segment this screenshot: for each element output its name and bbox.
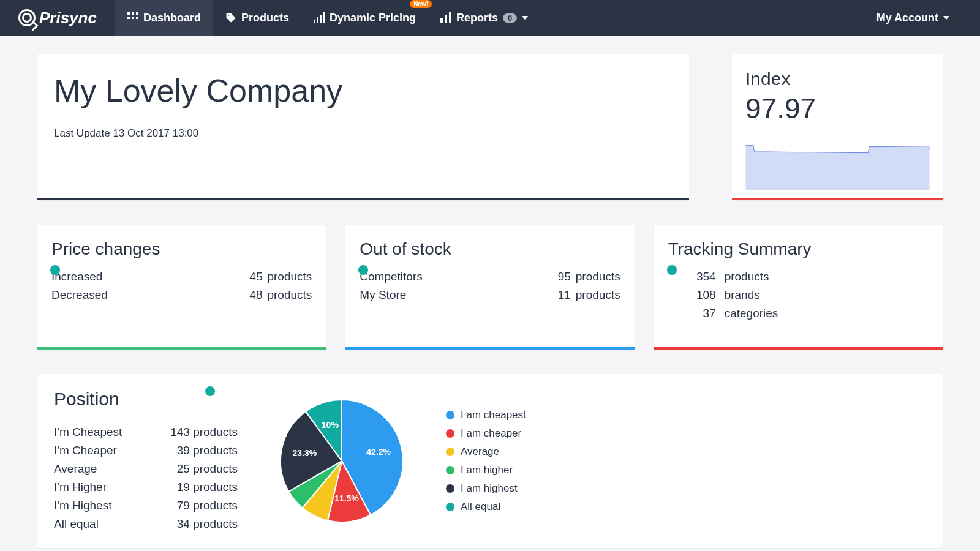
price-changes-title: Price changes xyxy=(51,239,312,259)
chevron-down-icon xyxy=(522,16,528,20)
pie-slice-label: 11.5% xyxy=(334,493,359,503)
legend-item[interactable]: I am higher xyxy=(446,461,926,479)
legend-dot-icon xyxy=(446,466,454,474)
last-update: Last Update 13 Oct 2017 13:00 xyxy=(54,127,672,140)
svg-rect-8 xyxy=(320,15,322,23)
tracking-row: 354 products xyxy=(687,268,929,286)
legend-item[interactable]: All equal xyxy=(446,498,926,516)
stat-unit: products xyxy=(576,268,620,286)
legend-item[interactable]: Average xyxy=(446,443,926,461)
stat-label: Competitors xyxy=(360,268,422,286)
price-changes-card[interactable]: Price changes Increased 45 productsDecre… xyxy=(37,225,326,350)
stat-unit: products xyxy=(267,268,312,286)
position-label: I'm Higher xyxy=(54,478,107,497)
position-label: I'm Cheapest xyxy=(54,423,122,441)
logo-icon xyxy=(18,9,36,26)
brand-logo[interactable]: Prisync xyxy=(18,9,97,28)
pie-slice-label: 23.3% xyxy=(293,448,317,458)
stat-count: 95 xyxy=(558,268,571,286)
info-dot-icon xyxy=(667,265,677,275)
nav-dynamic-pricing[interactable]: Dynamic Pricing New! xyxy=(301,0,428,36)
out-of-stock-title: Out of stock xyxy=(360,239,620,259)
legend-dot-icon xyxy=(446,503,454,511)
position-count: 19 xyxy=(177,481,190,493)
position-card: Position I'm Cheapest 143 productsI'm Ch… xyxy=(37,374,943,548)
svg-rect-1 xyxy=(132,12,134,15)
legend-item[interactable]: I am highest xyxy=(446,479,926,498)
tracking-count: 37 xyxy=(687,304,716,323)
nav-products[interactable]: Products xyxy=(213,0,301,36)
svg-rect-9 xyxy=(323,12,325,23)
nav-my-account[interactable]: My Account xyxy=(864,0,962,36)
position-count: 34 xyxy=(177,517,190,530)
nav-account-label: My Account xyxy=(876,12,938,24)
position-unit: products xyxy=(193,425,238,438)
legend-label: I am cheaper xyxy=(461,424,521,443)
svg-rect-0 xyxy=(127,12,130,15)
grid-icon xyxy=(127,12,138,23)
svg-rect-11 xyxy=(445,15,447,23)
tracking-label: products xyxy=(725,268,769,286)
legend-item[interactable]: I am cheaper xyxy=(446,424,926,443)
svg-rect-7 xyxy=(317,17,318,23)
nav-reports[interactable]: Reports 0 xyxy=(428,0,540,36)
position-pie-chart: 42.2%11.5%23.3%10% xyxy=(274,394,409,528)
stat-label: Decreased xyxy=(51,286,108,304)
out-of-stock-card[interactable]: Out of stock Competitors 95 productsMy S… xyxy=(345,225,635,350)
stat-row: My Store 11 products xyxy=(360,286,620,304)
tracking-title: Tracking Summary xyxy=(668,239,929,259)
tag-icon xyxy=(225,12,236,23)
svg-rect-3 xyxy=(127,17,130,19)
stat-row: Increased 45 products xyxy=(51,268,312,286)
brand-name: Prisync xyxy=(39,9,97,28)
reports-count-badge: 0 xyxy=(503,13,517,23)
position-count: 79 xyxy=(177,499,190,512)
top-navbar: Prisync Dashboard Products Dynamic Prici… xyxy=(0,0,980,36)
position-row: I'm Higher 19 products xyxy=(54,478,238,497)
position-row: I'm Cheapest 143 products xyxy=(54,423,238,441)
legend-dot-icon xyxy=(446,429,454,438)
legend-item[interactable]: I am cheapest xyxy=(446,406,926,424)
legend-label: I am highest xyxy=(461,479,518,498)
bars-icon xyxy=(314,12,325,23)
index-card[interactable]: Index 97.97 xyxy=(732,54,943,200)
stat-count: 11 xyxy=(558,286,571,304)
position-label: I'm Cheaper xyxy=(54,441,117,460)
position-count: 25 xyxy=(177,462,190,475)
svg-rect-2 xyxy=(136,12,138,15)
svg-rect-10 xyxy=(440,18,443,23)
legend-label: Average xyxy=(461,443,499,461)
index-sparkline xyxy=(745,129,930,190)
position-row: Average 25 products xyxy=(54,460,238,478)
legend-dot-icon xyxy=(446,484,454,493)
tracking-label: brands xyxy=(725,286,760,304)
tracking-row: 37 categories xyxy=(687,304,929,323)
tracking-label: categories xyxy=(725,304,778,323)
position-row: All equal 34 products xyxy=(54,515,238,533)
legend-label: All equal xyxy=(461,498,500,516)
tracking-count: 354 xyxy=(687,268,716,286)
info-dot-icon xyxy=(205,386,215,396)
stat-row: Decreased 48 products xyxy=(51,286,312,304)
legend-dot-icon xyxy=(446,448,454,456)
company-title-card: My Lovely Company Last Update 13 Oct 201… xyxy=(37,54,689,200)
nav-dynamic-label: Dynamic Pricing xyxy=(330,12,416,24)
index-title: Index xyxy=(745,69,930,89)
position-label: All equal xyxy=(54,515,99,533)
info-dot-icon xyxy=(50,265,60,275)
position-unit: products xyxy=(193,499,238,512)
tracking-count: 108 xyxy=(687,286,716,304)
legend-dot-icon xyxy=(446,411,454,419)
company-title: My Lovely Company xyxy=(54,72,672,109)
pie-slice-label: 42.2% xyxy=(366,447,391,457)
position-count: 143 xyxy=(170,425,190,438)
svg-rect-5 xyxy=(136,17,138,19)
nav-dashboard[interactable]: Dashboard xyxy=(115,0,213,36)
position-label: I'm Highest xyxy=(54,497,111,515)
nav-products-label: Products xyxy=(241,12,289,24)
chart-icon xyxy=(440,12,451,23)
position-row: I'm Highest 79 products xyxy=(54,497,238,515)
stat-unit: products xyxy=(576,286,620,304)
tracking-summary-card[interactable]: Tracking Summary 354 products108 brands3… xyxy=(654,225,943,350)
position-count: 39 xyxy=(177,444,190,457)
